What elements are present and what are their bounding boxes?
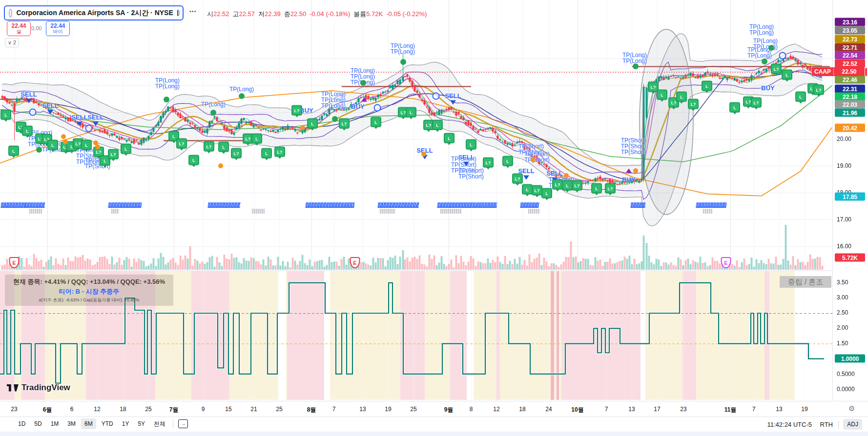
event-label-cluster[interactable]: [377, 202, 419, 208]
tradingview-logo[interactable]: TradingView: [7, 383, 70, 393]
clock[interactable]: 11:42:24 UTC-5: [767, 421, 812, 428]
long-signal-badge[interactable]: L: [444, 133, 455, 143]
range-button-5y[interactable]: 5Y: [134, 418, 148, 429]
tp-long-marker[interactable]: TP(Long): [201, 101, 226, 107]
tp-long-marker[interactable]: TP(Long)TP(Long): [622, 52, 647, 64]
long-signal-badge[interactable]: L: [0, 110, 11, 120]
long-signal-badge[interactable]: L: [307, 119, 318, 129]
more-options-button[interactable]: •••: [189, 8, 197, 14]
long-signal-badge[interactable]: L: [188, 155, 199, 165]
earnings-icon[interactable]: E: [350, 257, 360, 268]
event-label-cluster[interactable]: [630, 202, 646, 208]
long-signal-badge[interactable]: L: [502, 156, 513, 166]
time-axis[interactable]: ⚙ 236월61218257월91521258월71319259월8121824…: [0, 401, 868, 417]
long-signal-badge[interactable]: L?: [572, 180, 582, 191]
event-label-cluster[interactable]: [520, 202, 539, 208]
long-signal-badge[interactable]: L?: [204, 141, 214, 152]
earnings-icon[interactable]: E: [9, 257, 20, 268]
long-signal-badge[interactable]: L: [81, 140, 92, 150]
symbol-search-box[interactable]: Corporacion America Airports SA · 2시간 · …: [4, 5, 184, 20]
indicators-collapse-chip[interactable]: ∨ 2: [5, 38, 19, 47]
tp-short-marker[interactable]: TP(Short)TP(Short): [524, 151, 550, 163]
long-signal-badge[interactable]: L?: [108, 149, 119, 159]
range-button-6m[interactable]: 6M: [81, 418, 96, 429]
long-signal-badge[interactable]: L?: [605, 183, 616, 194]
long-signal-badge[interactable]: L?: [532, 185, 542, 196]
buy-marker[interactable]: BUY: [622, 176, 635, 183]
long-signal-badge[interactable]: L?: [771, 64, 782, 74]
range-button-1m[interactable]: 1M: [47, 418, 62, 429]
event-label-cluster[interactable]: [108, 202, 142, 208]
long-signal-badge[interactable]: L: [47, 140, 58, 150]
sell-marker[interactable]: SELL: [445, 92, 461, 99]
sell-marker[interactable]: SELL: [71, 114, 87, 121]
tp-long-marker[interactable]: TP(Long)TP(Long)TP(Long): [321, 91, 346, 109]
long-signal-badge[interactable]: L?: [751, 98, 762, 108]
range-button-1d[interactable]: 1D: [15, 418, 29, 429]
long-signal-badge[interactable]: L?: [483, 158, 494, 168]
range-button-ytd[interactable]: YTD: [98, 418, 117, 429]
tp-long-marker[interactable]: TP(Long): [229, 86, 254, 92]
long-signal-badge[interactable]: L: [121, 144, 131, 154]
long-signal-badge[interactable]: L?: [688, 99, 699, 109]
long-signal-badge[interactable]: L?: [274, 147, 285, 157]
long-signal-badge[interactable]: L: [22, 126, 33, 136]
long-signal-badge[interactable]: L: [218, 142, 229, 152]
long-signal-badge[interactable]: L?: [512, 174, 523, 184]
range-button-1y[interactable]: 1Y: [119, 418, 133, 429]
buy-label: 바이: [53, 29, 63, 35]
long-signal-badge[interactable]: L?: [552, 179, 563, 190]
long-signal-badge[interactable]: L: [562, 180, 573, 191]
long-signal-badge[interactable]: L: [522, 184, 533, 195]
tp-short-marker[interactable]: TP(Short)TP(Short): [458, 168, 484, 179]
range-button-5d[interactable]: 5D: [31, 418, 45, 429]
price-axis[interactable]: CAAP 22.50 20.0019.0018.0017.0016.0023.1…: [832, 0, 868, 401]
long-signal-badge[interactable]: L: [657, 90, 667, 100]
long-signal-badge[interactable]: L?: [813, 85, 824, 95]
long-signal-badge[interactable]: L: [466, 139, 476, 150]
buy-marker[interactable]: BUY: [761, 84, 774, 92]
event-label-cluster[interactable]: [437, 202, 497, 208]
range-button-전체[interactable]: 전체: [150, 419, 169, 430]
session-button[interactable]: RTH: [820, 421, 833, 428]
event-label-cluster[interactable]: [305, 202, 355, 208]
tp-long-marker[interactable]: TP(Long)TP(Long): [391, 43, 415, 55]
buy-button[interactable]: 22.44 바이: [46, 21, 70, 36]
buy-marker[interactable]: BUY: [351, 103, 364, 110]
tp-long-marker[interactable]: TP(Long)TP(Long): [155, 78, 180, 89]
long-signal-badge[interactable]: L: [8, 146, 19, 156]
event-label-cluster[interactable]: [207, 202, 241, 208]
long-signal-badge[interactable]: L: [729, 102, 740, 113]
tp-short-marker[interactable]: TP(Short)TP(Short)TP(Short): [621, 138, 646, 155]
long-signal-badge[interactable]: L: [795, 92, 806, 102]
range-button-3m[interactable]: 3M: [64, 418, 79, 429]
long-signal-badge[interactable]: L: [541, 188, 552, 198]
long-signal-badge[interactable]: L: [702, 81, 712, 91]
sell-marker[interactable]: SELL: [458, 154, 474, 161]
adjust-button[interactable]: ADJ: [843, 419, 862, 430]
long-signal-badge[interactable]: L: [406, 107, 416, 118]
long-signal-badge[interactable]: L: [782, 70, 792, 80]
gear-icon[interactable]: ⚙: [848, 404, 855, 413]
earnings-icon[interactable]: E: [721, 257, 731, 268]
long-signal-badge[interactable]: L: [432, 120, 443, 130]
long-signal-badge[interactable]: L?: [339, 119, 350, 129]
event-label-cluster[interactable]: [696, 202, 727, 208]
long-signal-badge[interactable]: L: [591, 183, 602, 194]
long-signal-badge[interactable]: L: [251, 134, 262, 144]
event-label-cluster[interactable]: [24, 202, 45, 208]
sell-marker[interactable]: SELL: [546, 170, 562, 177]
tp-long-marker[interactable]: TP(Long)TP(Long): [749, 24, 774, 36]
long-signal-badge[interactable]: L: [371, 117, 381, 127]
long-signal-badge[interactable]: L?: [231, 148, 242, 159]
long-signal-badge[interactable]: L?: [291, 105, 302, 116]
long-signal-badge[interactable]: L?: [176, 139, 187, 149]
sell-marker[interactable]: SELL: [21, 91, 37, 98]
event-label-cluster[interactable]: [0, 202, 26, 208]
sell-marker[interactable]: SELL: [42, 102, 58, 109]
go-to-date-icon[interactable]: →: [178, 419, 188, 428]
long-signal-badge[interactable]: L: [261, 148, 272, 159]
sell-button[interactable]: 22.44 셀: [7, 21, 31, 36]
sell-marker[interactable]: SELL: [87, 114, 103, 121]
long-signal-badge[interactable]: L: [676, 92, 687, 102]
